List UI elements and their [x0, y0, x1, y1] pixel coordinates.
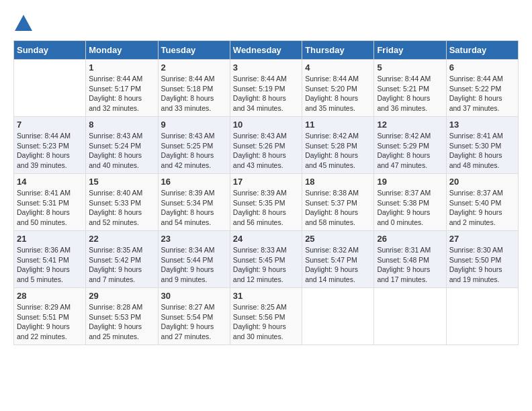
day-number: 27 [449, 234, 515, 244]
cell-content: Sunrise: 8:40 AM Sunset: 5:33 PM Dayligh… [89, 188, 154, 228]
calendar-cell: 10Sunrise: 8:43 AM Sunset: 5:26 PM Dayli… [230, 117, 302, 174]
day-number: 2 [161, 62, 227, 73]
calendar-cell: 19Sunrise: 8:37 AM Sunset: 5:38 PM Dayli… [374, 174, 446, 231]
calendar-cell: 5Sunrise: 8:44 AM Sunset: 5:21 PM Daylig… [374, 60, 446, 117]
calendar-cell: 12Sunrise: 8:42 AM Sunset: 5:29 PM Dayli… [374, 117, 446, 174]
calendar-day-header: Saturday [446, 41, 518, 60]
cell-content: Sunrise: 8:33 AM Sunset: 5:45 PM Dayligh… [233, 245, 299, 285]
cell-content: Sunrise: 8:44 AM Sunset: 5:17 PM Dayligh… [89, 74, 154, 113]
cell-content: Sunrise: 8:44 AM Sunset: 5:21 PM Dayligh… [377, 74, 443, 113]
cell-content: Sunrise: 8:39 AM Sunset: 5:34 PM Dayligh… [161, 188, 227, 228]
day-number: 12 [377, 120, 443, 130]
cell-content: Sunrise: 8:35 AM Sunset: 5:42 PM Dayligh… [89, 245, 154, 285]
cell-content: Sunrise: 8:37 AM Sunset: 5:38 PM Dayligh… [377, 188, 443, 228]
cell-content: Sunrise: 8:43 AM Sunset: 5:26 PM Dayligh… [233, 131, 299, 171]
day-number: 10 [233, 120, 299, 130]
cell-content: Sunrise: 8:29 AM Sunset: 5:51 PM Dayligh… [17, 302, 83, 342]
cell-content: Sunrise: 8:41 AM Sunset: 5:30 PM Dayligh… [449, 131, 515, 171]
calendar-cell: 30Sunrise: 8:27 AM Sunset: 5:54 PM Dayli… [158, 288, 230, 345]
day-number: 20 [449, 177, 515, 187]
day-number: 9 [161, 120, 227, 130]
calendar-day-header: Wednesday [230, 41, 302, 60]
calendar-cell: 22Sunrise: 8:35 AM Sunset: 5:42 PM Dayli… [86, 231, 158, 288]
calendar-day-header: Sunday [14, 41, 86, 60]
logo-icon [13, 13, 34, 34]
cell-content: Sunrise: 8:44 AM Sunset: 5:18 PM Dayligh… [161, 74, 227, 113]
calendar-cell: 24Sunrise: 8:33 AM Sunset: 5:45 PM Dayli… [230, 231, 302, 288]
calendar-day-header: Tuesday [158, 41, 230, 60]
cell-content: Sunrise: 8:34 AM Sunset: 5:44 PM Dayligh… [161, 245, 227, 285]
day-number: 7 [17, 120, 83, 130]
day-number: 25 [305, 234, 371, 244]
svg-marker-0 [15, 15, 32, 31]
day-number: 3 [233, 62, 299, 73]
day-number: 15 [89, 177, 154, 187]
cell-content: Sunrise: 8:42 AM Sunset: 5:29 PM Dayligh… [377, 131, 443, 171]
calendar-cell [302, 288, 374, 345]
day-number: 17 [233, 177, 299, 187]
day-number: 24 [233, 234, 299, 244]
day-number: 26 [377, 234, 443, 244]
cell-content: Sunrise: 8:43 AM Sunset: 5:24 PM Dayligh… [89, 131, 154, 171]
day-number: 14 [17, 177, 83, 187]
calendar-cell: 15Sunrise: 8:40 AM Sunset: 5:33 PM Dayli… [86, 174, 158, 231]
day-number: 16 [161, 177, 227, 187]
calendar-cell: 4Sunrise: 8:44 AM Sunset: 5:20 PM Daylig… [302, 60, 374, 117]
cell-content: Sunrise: 8:44 AM Sunset: 5:23 PM Dayligh… [17, 131, 83, 171]
calendar-cell: 21Sunrise: 8:36 AM Sunset: 5:41 PM Dayli… [14, 231, 86, 288]
day-number: 30 [161, 291, 227, 301]
cell-content: Sunrise: 8:43 AM Sunset: 5:25 PM Dayligh… [161, 131, 227, 171]
calendar-cell [446, 288, 518, 345]
calendar-day-header: Thursday [302, 41, 374, 60]
calendar-header-row: SundayMondayTuesdayWednesdayThursdayFrid… [14, 41, 519, 60]
calendar-week-row: 28Sunrise: 8:29 AM Sunset: 5:51 PM Dayli… [14, 288, 519, 345]
calendar-cell: 25Sunrise: 8:32 AM Sunset: 5:47 PM Dayli… [302, 231, 374, 288]
calendar-cell: 7Sunrise: 8:44 AM Sunset: 5:23 PM Daylig… [14, 117, 86, 174]
day-number: 19 [377, 177, 443, 187]
day-number: 21 [17, 234, 83, 244]
day-number: 29 [89, 291, 154, 301]
cell-content: Sunrise: 8:28 AM Sunset: 5:53 PM Dayligh… [89, 302, 154, 342]
calendar-cell: 14Sunrise: 8:41 AM Sunset: 5:31 PM Dayli… [14, 174, 86, 231]
calendar-week-row: 1Sunrise: 8:44 AM Sunset: 5:17 PM Daylig… [14, 60, 519, 117]
calendar-cell: 23Sunrise: 8:34 AM Sunset: 5:44 PM Dayli… [158, 231, 230, 288]
cell-content: Sunrise: 8:37 AM Sunset: 5:40 PM Dayligh… [449, 188, 515, 228]
calendar-cell: 9Sunrise: 8:43 AM Sunset: 5:25 PM Daylig… [158, 117, 230, 174]
cell-content: Sunrise: 8:42 AM Sunset: 5:28 PM Dayligh… [305, 131, 371, 171]
day-number: 8 [89, 120, 154, 130]
cell-content: Sunrise: 8:36 AM Sunset: 5:41 PM Dayligh… [17, 245, 83, 285]
calendar-cell: 27Sunrise: 8:30 AM Sunset: 5:50 PM Dayli… [446, 231, 518, 288]
calendar-cell: 13Sunrise: 8:41 AM Sunset: 5:30 PM Dayli… [446, 117, 518, 174]
calendar-table: SundayMondayTuesdayWednesdayThursdayFrid… [13, 40, 519, 345]
day-number: 4 [305, 62, 371, 73]
logo [13, 13, 35, 34]
calendar-week-row: 21Sunrise: 8:36 AM Sunset: 5:41 PM Dayli… [14, 231, 519, 288]
day-number: 5 [377, 62, 443, 73]
day-number: 23 [161, 234, 227, 244]
calendar-cell: 11Sunrise: 8:42 AM Sunset: 5:28 PM Dayli… [302, 117, 374, 174]
calendar-cell [14, 60, 86, 117]
calendar-cell: 3Sunrise: 8:44 AM Sunset: 5:19 PM Daylig… [230, 60, 302, 117]
calendar-cell: 26Sunrise: 8:31 AM Sunset: 5:48 PM Dayli… [374, 231, 446, 288]
cell-content: Sunrise: 8:44 AM Sunset: 5:19 PM Dayligh… [233, 74, 299, 113]
calendar-week-row: 14Sunrise: 8:41 AM Sunset: 5:31 PM Dayli… [14, 174, 519, 231]
calendar-cell: 20Sunrise: 8:37 AM Sunset: 5:40 PM Dayli… [446, 174, 518, 231]
day-number: 13 [449, 120, 515, 130]
day-number: 31 [233, 291, 299, 301]
calendar-cell: 2Sunrise: 8:44 AM Sunset: 5:18 PM Daylig… [158, 60, 230, 117]
cell-content: Sunrise: 8:32 AM Sunset: 5:47 PM Dayligh… [305, 245, 371, 285]
calendar-day-header: Friday [374, 41, 446, 60]
day-number: 18 [305, 177, 371, 187]
calendar-cell: 29Sunrise: 8:28 AM Sunset: 5:53 PM Dayli… [86, 288, 158, 345]
calendar-cell: 31Sunrise: 8:25 AM Sunset: 5:56 PM Dayli… [230, 288, 302, 345]
cell-content: Sunrise: 8:44 AM Sunset: 5:20 PM Dayligh… [305, 74, 371, 113]
calendar-cell: 17Sunrise: 8:39 AM Sunset: 5:35 PM Dayli… [230, 174, 302, 231]
cell-content: Sunrise: 8:31 AM Sunset: 5:48 PM Dayligh… [377, 245, 443, 285]
calendar-day-header: Monday [86, 41, 158, 60]
cell-content: Sunrise: 8:44 AM Sunset: 5:22 PM Dayligh… [449, 74, 515, 113]
cell-content: Sunrise: 8:30 AM Sunset: 5:50 PM Dayligh… [449, 245, 515, 285]
calendar-cell: 16Sunrise: 8:39 AM Sunset: 5:34 PM Dayli… [158, 174, 230, 231]
day-number: 11 [305, 120, 371, 130]
cell-content: Sunrise: 8:27 AM Sunset: 5:54 PM Dayligh… [161, 302, 227, 342]
calendar-cell: 28Sunrise: 8:29 AM Sunset: 5:51 PM Dayli… [14, 288, 86, 345]
